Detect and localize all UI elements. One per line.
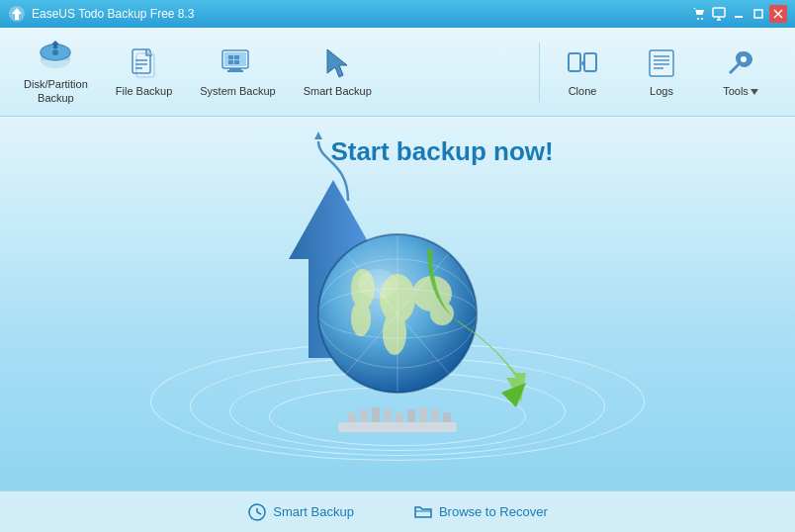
svg-rect-3: [713, 8, 725, 17]
smart-backup-label: Smart Backup: [304, 85, 372, 98]
close-button[interactable]: [769, 5, 787, 23]
monitor-button[interactable]: [710, 5, 728, 23]
svg-line-67: [257, 512, 261, 514]
main-content: Start backup now!: [0, 117, 795, 490]
svg-point-13: [52, 49, 58, 55]
folder-open-icon: [413, 502, 433, 522]
svg-rect-22: [234, 55, 239, 59]
action-bar: Smart Backup Browse to Recover: [0, 490, 795, 532]
svg-rect-64: [338, 422, 457, 432]
svg-point-52: [358, 269, 398, 299]
browse-recover-button[interactable]: Browse to Recover: [413, 502, 548, 522]
smart-backup-action-label: Smart Backup: [273, 504, 354, 519]
file-backup-label: File Backup: [116, 85, 172, 98]
toolbar-left: Disk/PartitionBackup File Backup: [10, 31, 531, 112]
tools-button[interactable]: Tools: [706, 38, 775, 106]
tools-label: Tools: [723, 85, 758, 98]
smart-backup-action-button[interactable]: Smart Backup: [247, 502, 354, 522]
svg-point-35: [741, 56, 747, 62]
toolbar-divider: [539, 43, 540, 102]
svg-rect-24: [234, 60, 239, 64]
svg-rect-30: [650, 50, 673, 76]
svg-point-44: [351, 301, 371, 336]
logs-icon: [644, 45, 679, 81]
svg-rect-23: [228, 60, 233, 64]
svg-rect-29: [584, 53, 596, 71]
clone-button[interactable]: Clone: [548, 38, 617, 106]
browse-recover-label: Browse to Recover: [439, 504, 548, 519]
svg-rect-25: [229, 68, 241, 70]
download-arrow-icon: [427, 249, 526, 411]
toolbar-right: Clone Logs Tool: [548, 38, 785, 106]
svg-rect-28: [569, 53, 580, 71]
svg-rect-5: [754, 10, 762, 18]
tools-dropdown-icon: [751, 89, 758, 95]
svg-rect-21: [228, 55, 233, 59]
system-backup-button[interactable]: System Backup: [186, 38, 289, 106]
clock-icon: [247, 502, 267, 522]
titlebar-controls: [690, 5, 787, 23]
svg-marker-27: [327, 49, 347, 77]
svg-marker-36: [751, 89, 758, 95]
system-icon: [220, 45, 255, 81]
toolbar: Disk/PartitionBackup File Backup: [0, 28, 795, 117]
cursor-icon: [319, 45, 355, 81]
file-icon: [127, 45, 162, 81]
start-backup-text: Start backup now!: [330, 136, 553, 167]
svg-marker-37: [314, 132, 322, 139]
clone-icon: [565, 45, 600, 81]
globe-container: [249, 184, 546, 441]
disk-partition-backup-button[interactable]: Disk/PartitionBackup: [10, 31, 102, 112]
svg-point-2: [701, 18, 703, 20]
svg-point-1: [697, 18, 699, 20]
cart-button[interactable]: [690, 5, 708, 23]
minimize-button[interactable]: [730, 5, 748, 23]
system-backup-label: System Backup: [200, 85, 275, 98]
disk-icon: [38, 39, 73, 74]
clone-label: Clone: [569, 85, 597, 98]
file-backup-button[interactable]: File Backup: [102, 38, 186, 106]
titlebar: EaseUS Todo Backup Free 8.3: [0, 0, 795, 28]
titlebar-title: EaseUS Todo Backup Free 8.3: [32, 7, 690, 21]
svg-point-42: [383, 311, 406, 355]
maximize-button[interactable]: [750, 5, 767, 23]
smart-backup-button[interactable]: Smart Backup: [290, 38, 386, 106]
tools-icon: [723, 45, 758, 81]
logs-label: Logs: [650, 85, 673, 98]
disk-backup-label: Disk/PartitionBackup: [24, 78, 88, 104]
gear-base-icon: [338, 407, 457, 441]
svg-rect-26: [227, 70, 243, 72]
logs-button[interactable]: Logs: [627, 38, 696, 106]
app-logo-icon: [8, 5, 26, 23]
